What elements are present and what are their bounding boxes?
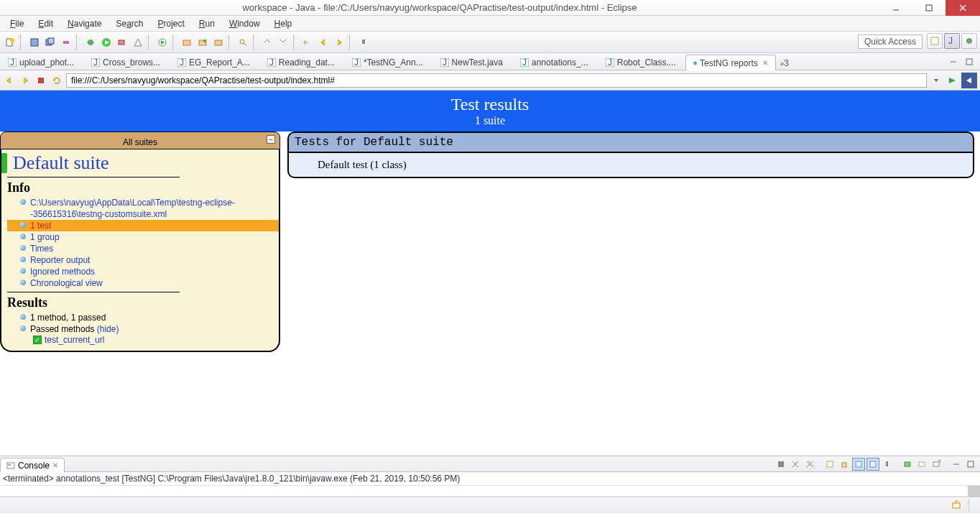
browser-refresh-button[interactable] [50, 74, 63, 87]
console-new-button[interactable]: + [930, 458, 943, 471]
last-edit-button[interactable] [300, 35, 315, 50]
browser-forward-button[interactable] [19, 74, 32, 87]
passed-test-row[interactable]: ✓ test_current_url [7, 335, 273, 345]
close-tab-icon[interactable]: ✕ [762, 59, 768, 67]
info-item-reporter[interactable]: Reporter output [20, 254, 273, 266]
menu-project[interactable]: Project [150, 17, 191, 30]
maximize-editor-button[interactable] [963, 55, 977, 70]
svg-text:J: J [93, 58, 98, 67]
info-item-ignored[interactable]: Ignored methods [20, 266, 273, 277]
tab-overflow-button[interactable]: »3 [777, 57, 792, 70]
console-remove-button[interactable] [789, 458, 802, 471]
tab-cross-brows[interactable]: JCross_brows... [83, 54, 168, 70]
debug-perspective-button[interactable] [961, 33, 977, 49]
console-scrollbar[interactable] [968, 486, 980, 497]
pin-button[interactable] [356, 35, 371, 50]
menu-window[interactable]: Window [222, 17, 267, 30]
debug-button[interactable] [83, 35, 98, 50]
search-button[interactable] [236, 35, 250, 50]
browser-back-button[interactable] [3, 74, 16, 87]
run-last-button[interactable] [115, 35, 129, 50]
svg-point-27 [966, 38, 972, 44]
svg-rect-18 [183, 40, 190, 45]
console-tab[interactable]: Console ✕ [0, 458, 65, 472]
save-button[interactable] [27, 35, 42, 50]
info-item-xml[interactable]: C:\Users\navyug\AppData\Local\Temp\testn… [20, 197, 273, 220]
toggle-button[interactable] [59, 35, 73, 50]
console-display-button[interactable] [901, 458, 914, 471]
collapse-icon[interactable]: − [267, 135, 275, 144]
forward-button[interactable] [332, 35, 346, 50]
suite-status-stripe [1, 153, 7, 173]
console-minimize-button[interactable] [950, 458, 963, 471]
console-close-icon[interactable]: ✕ [52, 461, 58, 469]
save-all-button[interactable] [43, 35, 57, 50]
tab-upload-phot[interactable]: Jupload_phot... [0, 54, 82, 70]
hide-link[interactable]: (hide) [97, 324, 119, 334]
quick-access[interactable]: Quick Access [858, 34, 923, 49]
tab-newtest[interactable]: JNewTest.java [433, 54, 511, 70]
svg-text:J: J [608, 58, 612, 67]
maximize-button[interactable] [912, 0, 946, 16]
svg-rect-1 [926, 5, 932, 11]
info-item-1group[interactable]: 1 group [20, 231, 273, 243]
minimize-button[interactable] [879, 0, 912, 16]
report-subtitle: 1 suite [0, 114, 980, 127]
tab-annotations[interactable]: Jannotations_... [512, 54, 596, 70]
browser-go-button[interactable] [946, 74, 958, 87]
console-maximize-button[interactable] [964, 458, 977, 471]
next-annotation-button[interactable] [276, 35, 290, 50]
menu-search[interactable]: Search [108, 17, 150, 30]
console-clear-button[interactable] [823, 458, 836, 471]
url-dropdown-button[interactable] [930, 74, 943, 87]
open-type-button[interactable] [195, 35, 210, 50]
java-perspective-button[interactable]: J [944, 33, 960, 49]
new-class-button[interactable] [180, 35, 194, 50]
menu-edit[interactable]: Edit [31, 17, 60, 30]
menu-help[interactable]: Help [267, 17, 300, 30]
info-item-1test[interactable]: 1 test [7, 220, 279, 231]
run-button[interactable] [99, 35, 114, 50]
annotation-button[interactable] [260, 35, 274, 50]
default-test-row[interactable]: Default test (1 class) [287, 153, 974, 178]
suite-name[interactable]: Default suite [13, 152, 109, 174]
browser-stop-button[interactable] [34, 74, 47, 87]
status-icon[interactable] [951, 499, 963, 512]
info-item-chrono[interactable]: Chronological view [20, 277, 273, 289]
open-perspective-button[interactable] [927, 33, 943, 49]
close-button[interactable] [946, 0, 980, 16]
svg-rect-60 [827, 461, 833, 467]
svg-rect-64 [886, 461, 888, 466]
all-suites-header: All suites − [0, 132, 280, 149]
passed-test-link[interactable]: test_current_url [45, 335, 104, 345]
back-button[interactable] [316, 35, 330, 50]
tab-eg-report[interactable]: JEG_Report_A... [170, 54, 258, 70]
tab-robot-class[interactable]: JRobot_Class.... [598, 54, 684, 70]
console-output[interactable] [0, 486, 980, 497]
console-scrolllock-button[interactable] [838, 458, 851, 471]
new-button[interactable] [3, 35, 17, 50]
console-wordwrap-button[interactable] [852, 458, 865, 471]
info-item-times[interactable]: Times [20, 243, 273, 254]
tab-testng-reports[interactable]: TestNG reports✕ [685, 55, 776, 70]
svg-rect-66 [919, 462, 925, 466]
menu-run[interactable]: Run [192, 17, 222, 30]
url-input[interactable] [66, 73, 927, 88]
results-heading: Results [7, 295, 273, 310]
console-removeall-button[interactable] [803, 458, 816, 471]
console-terminate-button[interactable] [775, 458, 787, 471]
open-task-button[interactable] [211, 35, 226, 50]
browser-external-button[interactable] [961, 73, 977, 88]
coverage-button[interactable] [131, 35, 145, 50]
menu-navigate[interactable]: Navigate [60, 17, 108, 30]
new-package-button[interactable] [155, 35, 170, 50]
console-showstd-button[interactable] [866, 458, 879, 471]
menu-file[interactable]: File [3, 17, 31, 30]
svg-rect-61 [842, 463, 846, 467]
tab-reading-dat[interactable]: JReading_dat... [259, 54, 343, 70]
console-pin-button[interactable] [881, 458, 894, 471]
minimize-editor-button[interactable] [947, 55, 961, 70]
console-open-button[interactable] [915, 458, 928, 471]
svg-line-23 [244, 43, 246, 46]
tab-testng-ann[interactable]: J*TestNG_Ann... [344, 54, 431, 70]
